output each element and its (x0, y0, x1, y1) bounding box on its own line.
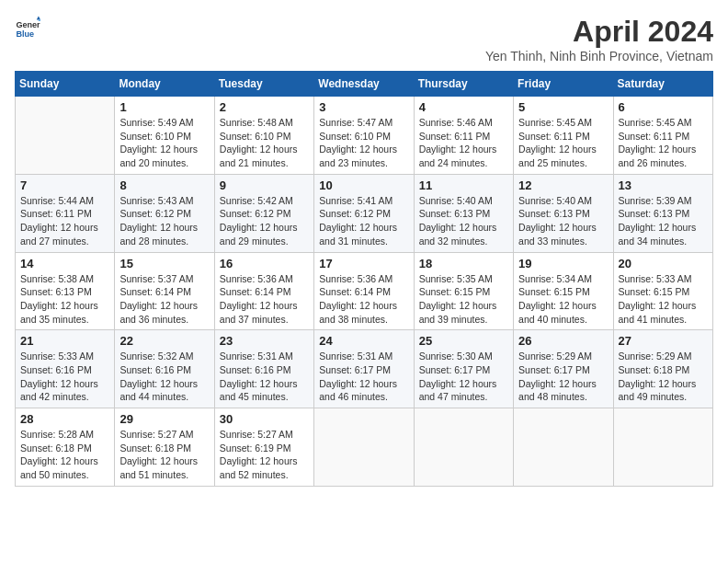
day-number: 21 (20, 334, 109, 348)
day-info: Sunrise: 5:41 AM Sunset: 6:12 PM Dayligh… (319, 194, 408, 248)
calendar-week-row: 21Sunrise: 5:33 AM Sunset: 6:16 PM Dayli… (16, 330, 713, 408)
day-info: Sunrise: 5:36 AM Sunset: 6:14 PM Dayligh… (220, 272, 309, 327)
month-year-title: April 2024 (485, 15, 713, 49)
day-number: 16 (220, 257, 309, 270)
calendar-cell: 15Sunrise: 5:37 AM Sunset: 6:14 PM Dayli… (115, 252, 214, 330)
day-info: Sunrise: 5:38 AM Sunset: 6:13 PM Dayligh… (20, 272, 109, 327)
svg-text:General: General (16, 20, 40, 29)
day-number: 1 (119, 100, 209, 114)
day-number: 13 (619, 178, 708, 192)
calendar-cell: 20Sunrise: 5:33 AM Sunset: 6:15 PM Dayli… (613, 252, 712, 330)
weekday-header: Saturday (613, 72, 712, 97)
weekday-header: Monday (115, 72, 214, 97)
logo: General Blue (15, 15, 40, 40)
day-number: 14 (20, 257, 109, 270)
day-number: 29 (119, 412, 209, 426)
day-number: 6 (619, 100, 708, 114)
day-number: 11 (419, 178, 508, 192)
day-info: Sunrise: 5:46 AM Sunset: 6:11 PM Dayligh… (419, 116, 508, 170)
day-number: 25 (419, 334, 508, 348)
calendar-cell (613, 408, 712, 487)
day-number: 24 (319, 334, 408, 348)
calendar-cell: 29Sunrise: 5:27 AM Sunset: 6:18 PM Dayli… (115, 408, 214, 487)
day-number: 23 (220, 334, 309, 348)
day-number: 26 (518, 334, 608, 348)
day-number: 15 (119, 257, 209, 270)
day-info: Sunrise: 5:28 AM Sunset: 6:18 PM Dayligh… (20, 428, 109, 482)
day-number: 7 (20, 178, 109, 192)
calendar-cell: 4Sunrise: 5:46 AM Sunset: 6:11 PM Daylig… (414, 97, 513, 175)
day-number: 19 (518, 257, 608, 270)
calendar-cell: 6Sunrise: 5:45 AM Sunset: 6:11 PM Daylig… (613, 97, 712, 175)
day-info: Sunrise: 5:39 AM Sunset: 6:13 PM Dayligh… (619, 194, 708, 248)
weekday-header: Thursday (414, 72, 513, 97)
day-number: 9 (220, 178, 309, 192)
day-info: Sunrise: 5:45 AM Sunset: 6:11 PM Dayligh… (518, 116, 608, 170)
weekday-header-row: SundayMondayTuesdayWednesdayThursdayFrid… (16, 72, 713, 97)
day-number: 28 (20, 412, 109, 426)
day-info: Sunrise: 5:29 AM Sunset: 6:18 PM Dayligh… (619, 350, 708, 404)
day-info: Sunrise: 5:45 AM Sunset: 6:11 PM Dayligh… (619, 116, 708, 170)
day-info: Sunrise: 5:43 AM Sunset: 6:12 PM Dayligh… (119, 194, 209, 248)
calendar-cell: 22Sunrise: 5:32 AM Sunset: 6:16 PM Dayli… (115, 330, 214, 408)
calendar-cell: 9Sunrise: 5:42 AM Sunset: 6:12 PM Daylig… (214, 174, 313, 252)
calendar-week-row: 28Sunrise: 5:28 AM Sunset: 6:18 PM Dayli… (16, 408, 713, 487)
calendar-cell: 26Sunrise: 5:29 AM Sunset: 6:17 PM Dayli… (514, 330, 613, 408)
calendar-table: SundayMondayTuesdayWednesdayThursdayFrid… (15, 71, 713, 487)
day-info: Sunrise: 5:49 AM Sunset: 6:10 PM Dayligh… (119, 116, 209, 170)
day-info: Sunrise: 5:37 AM Sunset: 6:14 PM Dayligh… (119, 272, 209, 327)
calendar-cell: 19Sunrise: 5:34 AM Sunset: 6:15 PM Dayli… (514, 252, 613, 330)
day-info: Sunrise: 5:36 AM Sunset: 6:14 PM Dayligh… (319, 272, 408, 327)
weekday-header: Friday (514, 72, 613, 97)
day-number: 5 (518, 100, 608, 114)
day-info: Sunrise: 5:27 AM Sunset: 6:19 PM Dayligh… (220, 428, 309, 482)
day-info: Sunrise: 5:33 AM Sunset: 6:15 PM Dayligh… (619, 272, 708, 327)
calendar-cell: 21Sunrise: 5:33 AM Sunset: 6:16 PM Dayli… (16, 330, 115, 408)
day-info: Sunrise: 5:40 AM Sunset: 6:13 PM Dayligh… (419, 194, 508, 248)
logo-icon: General Blue (15, 15, 40, 40)
day-info: Sunrise: 5:31 AM Sunset: 6:16 PM Dayligh… (220, 350, 309, 404)
day-info: Sunrise: 5:44 AM Sunset: 6:11 PM Dayligh… (20, 194, 109, 248)
calendar-cell: 11Sunrise: 5:40 AM Sunset: 6:13 PM Dayli… (414, 174, 513, 252)
calendar-cell: 23Sunrise: 5:31 AM Sunset: 6:16 PM Dayli… (214, 330, 313, 408)
weekday-header: Wednesday (314, 72, 414, 97)
day-info: Sunrise: 5:33 AM Sunset: 6:16 PM Dayligh… (20, 350, 109, 404)
day-number: 2 (220, 100, 309, 114)
day-number: 27 (619, 334, 708, 348)
calendar-cell: 18Sunrise: 5:35 AM Sunset: 6:15 PM Dayli… (414, 252, 513, 330)
calendar-cell: 28Sunrise: 5:28 AM Sunset: 6:18 PM Dayli… (16, 408, 115, 487)
calendar-week-row: 14Sunrise: 5:38 AM Sunset: 6:13 PM Dayli… (16, 252, 713, 330)
day-number: 17 (319, 257, 408, 270)
calendar-cell: 16Sunrise: 5:36 AM Sunset: 6:14 PM Dayli… (214, 252, 313, 330)
day-number: 18 (419, 257, 508, 270)
day-number: 30 (220, 412, 309, 426)
calendar-cell: 5Sunrise: 5:45 AM Sunset: 6:11 PM Daylig… (514, 97, 613, 175)
day-info: Sunrise: 5:31 AM Sunset: 6:17 PM Dayligh… (319, 350, 408, 404)
day-info: Sunrise: 5:48 AM Sunset: 6:10 PM Dayligh… (220, 116, 309, 170)
calendar-week-row: 1Sunrise: 5:49 AM Sunset: 6:10 PM Daylig… (16, 97, 713, 175)
page-header: General Blue April 2024 Yen Thinh, Ninh … (15, 15, 713, 63)
calendar-cell (414, 408, 513, 487)
calendar-cell: 8Sunrise: 5:43 AM Sunset: 6:12 PM Daylig… (115, 174, 214, 252)
calendar-cell (314, 408, 414, 487)
day-info: Sunrise: 5:30 AM Sunset: 6:17 PM Dayligh… (419, 350, 508, 404)
calendar-cell: 13Sunrise: 5:39 AM Sunset: 6:13 PM Dayli… (613, 174, 712, 252)
calendar-cell: 2Sunrise: 5:48 AM Sunset: 6:10 PM Daylig… (214, 97, 313, 175)
day-info: Sunrise: 5:34 AM Sunset: 6:15 PM Dayligh… (518, 272, 608, 327)
calendar-cell: 10Sunrise: 5:41 AM Sunset: 6:12 PM Dayli… (314, 174, 414, 252)
day-info: Sunrise: 5:35 AM Sunset: 6:15 PM Dayligh… (419, 272, 508, 327)
calendar-cell: 27Sunrise: 5:29 AM Sunset: 6:18 PM Dayli… (613, 330, 712, 408)
day-number: 4 (419, 100, 508, 114)
calendar-cell (16, 97, 115, 175)
day-number: 12 (518, 178, 608, 192)
day-info: Sunrise: 5:32 AM Sunset: 6:16 PM Dayligh… (119, 350, 209, 404)
calendar-cell: 12Sunrise: 5:40 AM Sunset: 6:13 PM Dayli… (514, 174, 613, 252)
weekday-header: Tuesday (214, 72, 313, 97)
title-block: April 2024 Yen Thinh, Ninh Binh Province… (485, 15, 713, 63)
calendar-cell (514, 408, 613, 487)
calendar-cell: 24Sunrise: 5:31 AM Sunset: 6:17 PM Dayli… (314, 330, 414, 408)
day-info: Sunrise: 5:29 AM Sunset: 6:17 PM Dayligh… (518, 350, 608, 404)
day-info: Sunrise: 5:42 AM Sunset: 6:12 PM Dayligh… (220, 194, 309, 248)
day-info: Sunrise: 5:27 AM Sunset: 6:18 PM Dayligh… (119, 428, 209, 482)
day-info: Sunrise: 5:47 AM Sunset: 6:10 PM Dayligh… (319, 116, 408, 170)
